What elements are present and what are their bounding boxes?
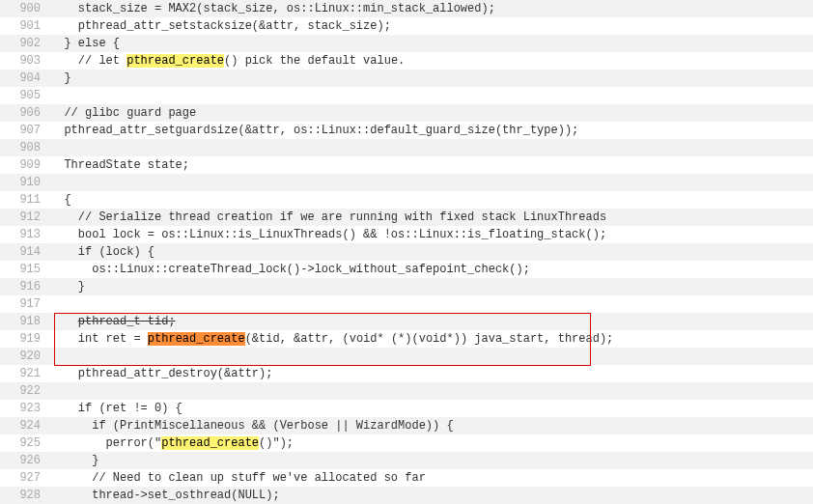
code-segment: pthread_attr_setguardsize(&attr, os::Lin… [50, 124, 578, 137]
code-line: 923 if (ret != 0) { [0, 400, 813, 417]
code-line: 901 pthread_attr_setstacksize(&attr, sta… [0, 17, 813, 35]
code-segment: int ret = [50, 332, 148, 346]
code-segment: bool lock = os::Linux::is_LinuxThreads()… [50, 228, 606, 241]
line-number: 910 [0, 174, 48, 191]
line-number: 917 [0, 295, 48, 313]
code-content: // glibc guard page [48, 104, 196, 122]
code-content: // Need to clean up stuff we've allocate… [48, 469, 426, 487]
code-segment: ThreadState state; [50, 158, 189, 172]
code-content: bool lock = os::Linux::is_LinuxThreads()… [48, 226, 606, 243]
code-segment: if (PrintMiscellaneous && (Verbose || Wi… [50, 419, 454, 433]
code-segment: os::Linux::createThread_lock()->lock_wit… [50, 263, 530, 276]
code-line: 922 [0, 382, 813, 400]
code-content: ThreadState state; [48, 156, 189, 174]
code-content: pthread_attr_setguardsize(&attr, os::Lin… [48, 122, 578, 139]
code-segment: // Serialize thread creation if we are r… [50, 210, 606, 224]
code-line: 915 os::Linux::createThread_lock()->lock… [0, 261, 813, 278]
code-content: if (ret != 0) { [48, 400, 182, 417]
code-line: 908 [0, 139, 813, 156]
code-line: 920 [0, 348, 813, 365]
line-number: 914 [0, 243, 48, 261]
code-segment: stack_size = MAX2(stack_size, os::Linux:… [50, 2, 495, 15]
code-segment: } [50, 454, 98, 467]
code-content: thread->set_osthread(NULL); [48, 487, 280, 504]
code-content: pthread_attr_setstacksize(&attr, stack_s… [48, 17, 391, 35]
line-number: 923 [0, 400, 48, 417]
code-content: } [48, 278, 85, 295]
code-segment: } [50, 71, 71, 85]
code-content: } [48, 452, 98, 469]
line-number: 901 [0, 17, 48, 35]
code-line: 911 { [0, 191, 813, 209]
code-content: pthread_t tid; [48, 313, 176, 330]
code-segment: pthread_create [161, 436, 259, 450]
line-number: 918 [0, 313, 48, 330]
code-segment: perror(" [50, 436, 161, 450]
code-line: 914 if (lock) { [0, 243, 813, 261]
code-segment: (&tid, &attr, (void* (*)(void*)) java_st… [245, 332, 614, 346]
code-line: 906 // glibc guard page [0, 104, 813, 122]
line-number: 906 [0, 104, 48, 122]
line-number: 916 [0, 278, 48, 295]
code-line: 912 // Serialize thread creation if we a… [0, 209, 813, 226]
code-container: 900 stack_size = MAX2(stack_size, os::Li… [0, 0, 813, 504]
code-line: 928 thread->set_osthread(NULL); [0, 487, 813, 504]
line-number: 920 [0, 348, 48, 365]
code-segment: pthread_attr_setstacksize(&attr, stack_s… [50, 19, 391, 33]
code-content: if (lock) { [48, 243, 154, 261]
code-segment: } else { [50, 37, 120, 50]
code-content: pthread_attr_destroy(&attr); [48, 365, 272, 382]
code-segment: ()"); [259, 436, 294, 450]
code-content: } else { [48, 35, 120, 52]
line-number: 912 [0, 209, 48, 226]
line-number: 908 [0, 139, 48, 156]
code-content: { [48, 191, 71, 209]
line-number: 905 [0, 87, 48, 104]
code-content: if (PrintMiscellaneous && (Verbose || Wi… [48, 417, 454, 434]
code-segment: pthread_t tid; [78, 315, 176, 328]
code-segment [50, 315, 78, 328]
code-line: 910 [0, 174, 813, 191]
code-line: 917 [0, 295, 813, 313]
code-segment: pthread_create [126, 54, 224, 68]
line-number: 903 [0, 52, 48, 70]
line-number: 913 [0, 226, 48, 243]
line-number: 925 [0, 434, 48, 452]
code-content: stack_size = MAX2(stack_size, os::Linux:… [48, 0, 495, 17]
line-number: 915 [0, 261, 48, 278]
code-content: } [48, 70, 71, 87]
line-number: 926 [0, 452, 48, 469]
line-number: 911 [0, 191, 48, 209]
code-line: 913 bool lock = os::Linux::is_LinuxThrea… [0, 226, 813, 243]
line-number: 907 [0, 122, 48, 139]
code-segment: if (ret != 0) { [50, 402, 182, 415]
line-number: 902 [0, 35, 48, 52]
line-number: 921 [0, 365, 48, 382]
code-segment: () pick the default value. [224, 54, 405, 68]
line-number: 922 [0, 382, 48, 400]
code-segment: { [50, 193, 71, 207]
line-number: 900 [0, 0, 48, 17]
code-line: 919 int ret = pthread_create(&tid, &attr… [0, 330, 813, 348]
code-segment: thread->set_osthread(NULL); [50, 489, 280, 502]
code-line: 909 ThreadState state; [0, 156, 813, 174]
code-segment: // glibc guard page [50, 106, 196, 120]
code-line: 904 } [0, 70, 813, 87]
code-line: 907 pthread_attr_setguardsize(&attr, os:… [0, 122, 813, 139]
line-number: 927 [0, 469, 48, 487]
line-number: 919 [0, 330, 48, 348]
code-segment: // let [50, 54, 126, 68]
code-line: 900 stack_size = MAX2(stack_size, os::Li… [0, 0, 813, 17]
code-segment: pthread_attr_destroy(&attr); [50, 367, 272, 380]
line-number: 904 [0, 70, 48, 87]
code-segment: // Need to clean up stuff we've allocate… [50, 471, 426, 485]
code-segment: } [50, 280, 85, 294]
code-content: // let pthread_create() pick the default… [48, 52, 405, 70]
code-segment: pthread_create [148, 332, 245, 346]
code-line: 924 if (PrintMiscellaneous && (Verbose |… [0, 417, 813, 434]
line-number: 909 [0, 156, 48, 174]
code-line: 927 // Need to clean up stuff we've allo… [0, 469, 813, 487]
code-line: 905 [0, 87, 813, 104]
code-line: 903 // let pthread_create() pick the def… [0, 52, 813, 70]
line-number: 924 [0, 417, 48, 434]
